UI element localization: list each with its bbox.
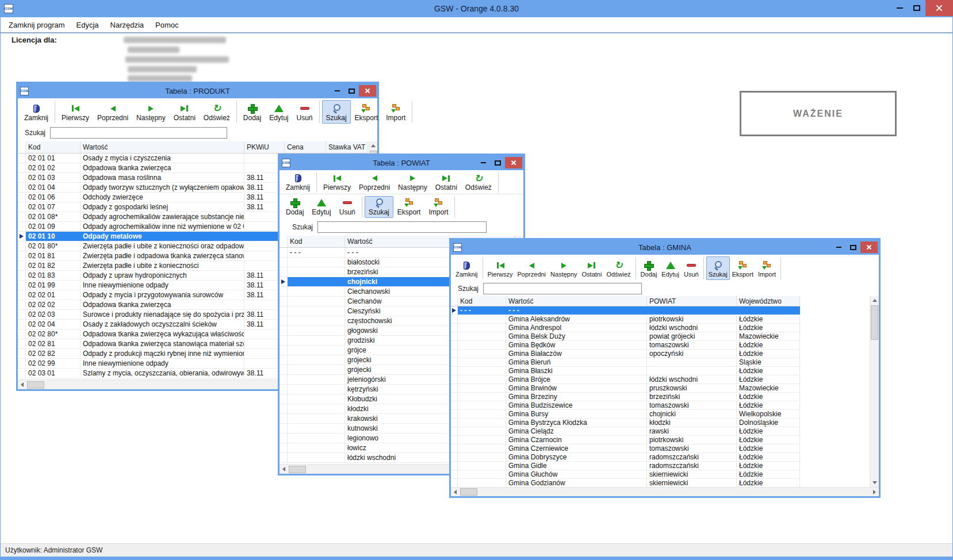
titlebar-powiat[interactable]: GSW Tabela : POWIAT: [280, 155, 523, 170]
usun-label: Usuń: [297, 114, 313, 122]
table-row[interactable]: Gmina Brójcełódzki wschodniŁódzkie: [451, 375, 800, 384]
odswiez-button[interactable]: ↻Odśwież: [461, 172, 496, 193]
minimize-button[interactable]: [476, 158, 491, 168]
table-cell: Gmina Dobryszyce: [506, 453, 647, 461]
nastepny-button[interactable]: Następny: [548, 256, 579, 280]
menu-item-4[interactable]: Pomoc: [150, 17, 184, 32]
row-marker-gutter: [451, 375, 458, 383]
table-row[interactable]: Gmina BrwinówpruszkowskiMazowieckie: [451, 384, 800, 393]
scroll-left-button[interactable]: [280, 465, 288, 474]
table-row[interactable]: Gmina BursychojnickiWielkopolskie: [451, 410, 800, 419]
import-button[interactable]: Import: [424, 196, 452, 218]
minimize-button[interactable]: [891, 0, 908, 16]
poprzedni-button[interactable]: Poprzedni: [93, 100, 132, 124]
usun-button[interactable]: Usuń: [335, 196, 359, 218]
maximize-button[interactable]: [908, 0, 925, 16]
odswiez-button[interactable]: ↻Odśwież: [604, 256, 633, 280]
wazenie-button[interactable]: WAŻENIE: [740, 91, 897, 136]
close-button[interactable]: [359, 85, 376, 97]
edytuj-button[interactable]: Edytuj: [659, 256, 682, 280]
pierwszy-button[interactable]: Pierwszy: [58, 100, 93, 124]
edytuj-button[interactable]: Edytuj: [265, 100, 292, 124]
usun-button[interactable]: Usuń: [682, 256, 701, 280]
scroll-left-button[interactable]: [451, 488, 460, 496]
table-row[interactable]: Gmina Andrespolłódzki wschodniŁódzkie: [451, 324, 800, 332]
minimize-button[interactable]: [330, 86, 345, 96]
table-row[interactable]: Gmina Bystrzyca KłodzkakłodzkiDolnośląsk…: [451, 419, 800, 427]
table-row[interactable]: Gmina CzerniewicetomaszowskiŁódzkie: [451, 444, 800, 453]
import-button[interactable]: Import: [756, 256, 778, 280]
dodaj-button[interactable]: Dodaj: [282, 196, 308, 218]
scroll-right-button[interactable]: [870, 488, 879, 496]
table-row[interactable]: Gmina CielądzrawskiŁódzkie: [451, 427, 800, 436]
zamknij-button[interactable]: Zamknij: [282, 172, 314, 193]
eksport-button[interactable]: Eksport: [730, 256, 756, 280]
scroll-up-button[interactable]: [870, 296, 879, 305]
scroll-down-button[interactable]: [870, 478, 879, 487]
table-row[interactable]: - - -- - -: [451, 306, 800, 315]
ostatni-button[interactable]: Ostatni: [580, 256, 604, 280]
nastepny-button[interactable]: Następny: [132, 100, 170, 124]
close-button[interactable]: [925, 0, 953, 16]
table-row[interactable]: Gmina BudziszewicetomaszowskiŁódzkie: [451, 401, 800, 410]
table-row[interactable]: Gmina BrzezinybrzezińskiŁódzkie: [451, 393, 800, 401]
szukaj-button[interactable]: Szukaj: [365, 196, 393, 218]
eksport-button[interactable]: Eksport: [351, 100, 382, 124]
titlebar-produkt[interactable]: GSW Tabela : PRODUKT: [18, 83, 377, 98]
table-row[interactable]: Gmina AleksandrówpiotrkowskiŁódzkie: [451, 315, 800, 324]
table-row[interactable]: Gmina BędkówtomaszowskiŁódzkie: [451, 341, 800, 350]
scrollbar-thumb[interactable]: [460, 488, 477, 496]
import-button[interactable]: Import: [382, 100, 409, 124]
table-row[interactable]: Gmina BieruńŚląskie: [451, 358, 800, 367]
scroll-left-button[interactable]: [18, 381, 26, 389]
dodaj-button[interactable]: Dodaj: [638, 256, 660, 280]
menu-item-1[interactable]: Zamknij program: [3, 17, 71, 32]
poprzedni-button[interactable]: Poprzedni: [355, 172, 394, 193]
close-button[interactable]: [860, 241, 878, 253]
vertical-scrollbar[interactable]: [870, 296, 879, 487]
minimize-button[interactable]: [832, 242, 846, 252]
nastepny-button[interactable]: Następny: [394, 172, 431, 193]
search-input[interactable]: [483, 283, 642, 294]
ostatni-label: Ostatni: [435, 183, 457, 191]
scrollbar-thumb[interactable]: [289, 466, 306, 473]
table-row[interactable]: Gmina BiałaczówopoczyńskiŁódzkie: [451, 350, 800, 358]
poprzedni-button[interactable]: Poprzedni: [515, 256, 549, 280]
maximize-button[interactable]: [345, 86, 359, 96]
scroll-up-button[interactable]: [369, 141, 378, 150]
table-row[interactable]: Gmina BłaszkiŁódzkie: [451, 367, 800, 375]
zamknij-button[interactable]: Zamknij: [20, 100, 52, 124]
table-row[interactable]: Gmina GłuchówskierniewickiŁódzkie: [451, 470, 800, 479]
maximize-button[interactable]: [491, 158, 505, 168]
pierwszy-button[interactable]: Pierwszy: [485, 256, 515, 280]
scrollbar-thumb[interactable]: [27, 381, 44, 389]
close-button[interactable]: [505, 157, 522, 168]
ostatni-button[interactable]: Ostatni: [431, 172, 461, 193]
search-input[interactable]: [317, 221, 487, 233]
dodaj-button[interactable]: Dodaj: [239, 100, 265, 124]
edytuj-button[interactable]: Edytuj: [308, 196, 335, 218]
szukaj-button[interactable]: Szukaj: [322, 100, 351, 124]
search-input[interactable]: [50, 127, 227, 139]
table-row[interactable]: Gmina Belsk Dużypowiat grójeckiMazowieck…: [451, 332, 800, 341]
table-row[interactable]: Gmina DobryszyceradomszczańskiŁódzkie: [451, 453, 800, 462]
szukaj-button[interactable]: Szukaj: [706, 256, 730, 280]
table-row[interactable]: Gmina GodzianówskierniewickiŁódzkie: [451, 479, 800, 487]
odswiez-button[interactable]: ↻Odśwież: [200, 100, 234, 124]
ostatni-button[interactable]: Ostatni: [170, 100, 200, 124]
search-icon: [374, 198, 384, 208]
eksport-button[interactable]: Eksport: [393, 196, 425, 218]
table-row[interactable]: Gmina CzarnocinpiotrkowskiŁódzkie: [451, 436, 800, 444]
titlebar-gmina[interactable]: GSW Tabela : GMINA: [451, 240, 879, 255]
scrollbar-thumb[interactable]: [871, 305, 878, 340]
menu-item-3[interactable]: Narzędzia: [105, 17, 150, 32]
menu-item-2[interactable]: Edycja: [71, 17, 105, 32]
maximize-button[interactable]: [846, 242, 860, 252]
pierwszy-button[interactable]: Pierwszy: [319, 172, 355, 193]
horizontal-scrollbar[interactable]: [451, 487, 879, 496]
table-row[interactable]: Gmina GidleradomszczańskiŁódzkie: [451, 462, 800, 470]
row-marker-gutter: [280, 424, 288, 433]
usun-button[interactable]: Usuń: [293, 100, 317, 124]
table-cell: Łódzkie: [737, 367, 800, 375]
zamknij-button[interactable]: Zamknij: [453, 256, 480, 280]
